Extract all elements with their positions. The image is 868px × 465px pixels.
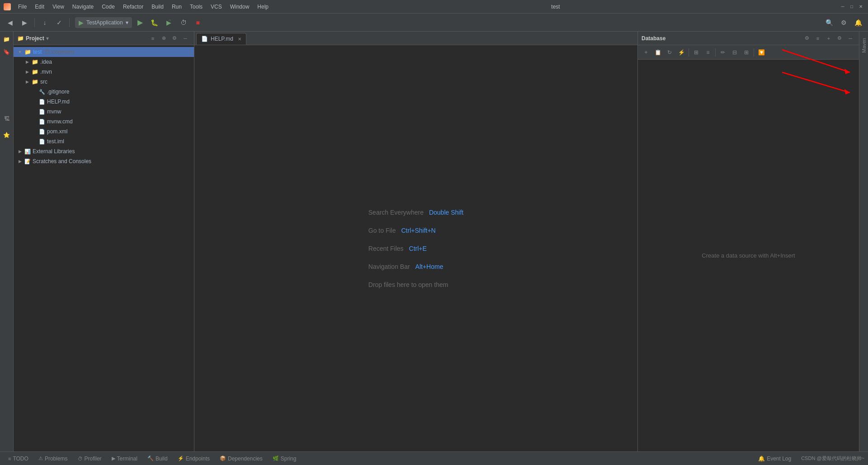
db-filter-button[interactable]: 🔽 — [756, 47, 767, 58]
db-edit-button[interactable]: ✏ — [717, 47, 728, 58]
main-layout: 📁 🔖 🏗 ⭐ 📁 Project ▾ ≡ ⊕ ⚙ ─ ▼ 📁 tes — [0, 32, 868, 451]
tree-item-ext-libs[interactable]: ▶ 📊 External Libraries — [14, 146, 194, 156]
bottom-tab-build[interactable]: 🔨 Build — [143, 454, 172, 464]
menu-tools[interactable]: Tools — [186, 3, 206, 11]
bottom-tab-spring[interactable]: 🌿 Spring — [268, 454, 301, 464]
run-config-label: TestApplication — [86, 19, 123, 26]
tree-item-helpmd[interactable]: 📄 HELP.md — [14, 97, 194, 107]
db-add-datasource-button[interactable]: + — [641, 47, 651, 58]
favorites-icon[interactable]: ⭐ — [1, 129, 13, 141]
db-config-button[interactable]: ⊟ — [729, 47, 740, 58]
coverage-button[interactable]: ▶̈ — [163, 16, 175, 29]
bottom-tab-endpoints[interactable]: ⚡ Endpoints — [173, 454, 214, 464]
tree-item-mvn[interactable]: ▶ 📁 .mvn — [14, 67, 194, 77]
bottom-tab-todo[interactable]: ≡ TODO — [4, 454, 33, 464]
search-everywhere-button[interactable]: 🔍 — [823, 16, 835, 29]
menu-refactor[interactable]: Refactor — [119, 3, 147, 11]
bottom-tab-profiler[interactable]: ⏱ Profiler — [73, 454, 106, 464]
build-label: Build — [156, 456, 168, 462]
minimize-button[interactable]: ─ — [839, 3, 846, 10]
root-label: test — [33, 49, 42, 55]
tree-item-gitignore[interactable]: 🔧 .gitignore — [14, 87, 194, 97]
status-bar-right: 🔔 Event Log CSDN @爱敲代码的杜晓帅~ — [754, 454, 864, 464]
root-folder-icon: 📁 — [24, 49, 31, 55]
database-layout-button[interactable]: ≡ — [813, 33, 823, 43]
menu-file[interactable]: File — [14, 3, 30, 11]
mvnw-icon: 📄 — [39, 109, 45, 115]
close-button[interactable]: ✕ — [857, 3, 864, 10]
db-refresh-button[interactable]: ↻ — [664, 47, 675, 58]
run-configuration-selector[interactable]: ▶ TestApplication ▾ — [75, 17, 132, 28]
endpoints-icon: ⚡ — [178, 456, 184, 461]
database-hide-button[interactable]: ─ — [845, 33, 855, 43]
hide-panel-button[interactable]: ─ — [180, 33, 190, 43]
tab-helpmd[interactable]: 📄 HELP.md ✕ — [196, 33, 246, 45]
database-add-button[interactable]: + — [824, 33, 834, 43]
tree-item-mvnwcmd[interactable]: 📄 mvnw.cmd — [14, 117, 194, 127]
notifications-button[interactable]: 🔔 — [852, 16, 864, 29]
structure-icon[interactable]: 🏗 — [1, 113, 13, 125]
menu-edit[interactable]: Edit — [31, 3, 48, 11]
hint-goto-file-label: Go to File — [368, 227, 396, 234]
bottom-tab-problems[interactable]: ⚠ Problems — [34, 454, 72, 464]
scratches-label: Scratches and Consoles — [33, 158, 91, 164]
run-config-icon: ▶ — [79, 19, 84, 26]
project-view-icon[interactable]: 📁 — [1, 33, 13, 45]
locate-file-button[interactable]: ⊕ — [159, 33, 169, 43]
db-layout2-button[interactable]: ⊞ — [741, 47, 752, 58]
vcs-update-button[interactable]: ↓ — [38, 16, 51, 29]
bookmark-icon[interactable]: 🔖 — [1, 46, 13, 58]
problems-icon: ⚠ — [38, 456, 43, 461]
profile-button[interactable]: ⏱ — [177, 16, 190, 29]
project-title-dropdown[interactable]: 📁 Project ▾ — [17, 35, 49, 42]
menu-run[interactable]: Run — [168, 3, 185, 11]
forward-button[interactable]: ▶ — [18, 16, 31, 29]
back-button[interactable]: ◀ — [4, 16, 16, 29]
tree-item-mvnw[interactable]: 📄 mvnw — [14, 107, 194, 117]
tree-item-root[interactable]: ▼ 📁 test D:\code\test — [14, 47, 194, 57]
database-empty-message: Create a data source with Alt+Insert — [702, 252, 795, 259]
tree-item-pomxml[interactable]: 📄 pom.xml — [14, 127, 194, 136]
db-copy-button[interactable]: 📋 — [652, 47, 663, 58]
database-settings2-button[interactable]: ⚙ — [835, 33, 844, 43]
tree-arrow-scratches: ▶ — [17, 159, 23, 164]
spring-icon: 🌿 — [273, 456, 279, 461]
tree-item-idea[interactable]: ▶ 📁 .idea — [14, 57, 194, 67]
title-bar-menus: File Edit View Navigate Code Refactor Bu… — [14, 3, 272, 11]
collapse-all-button[interactable]: ≡ — [148, 33, 158, 43]
stop-button[interactable]: ■ — [192, 16, 204, 29]
maven-panel-label[interactable]: Maven — [860, 35, 868, 56]
maximize-button[interactable]: □ — [848, 3, 855, 10]
db-table-button[interactable]: ⊞ — [691, 47, 702, 58]
menu-window[interactable]: Window — [226, 3, 253, 11]
menu-view[interactable]: View — [49, 3, 68, 11]
bottom-tab-dependencies[interactable]: 📦 Dependencies — [215, 454, 267, 464]
database-title: Database — [642, 35, 665, 42]
menu-navigate[interactable]: Navigate — [69, 3, 97, 11]
vcs-commit-button[interactable]: ✓ — [53, 16, 66, 29]
left-sidebar-icons: 📁 🔖 🏗 ⭐ — [0, 32, 14, 451]
db-view-button[interactable]: ≡ — [703, 47, 713, 58]
tree-item-testiml[interactable]: 📄 test.iml — [14, 136, 194, 146]
tab-helpmd-close[interactable]: ✕ — [238, 37, 241, 42]
database-settings-button[interactable]: ⚙ — [802, 33, 812, 43]
ext-libs-label: External Libraries — [33, 148, 75, 155]
hint-recent-shortcut: Ctrl+E — [409, 245, 427, 252]
tree-item-src[interactable]: ▶ 📁 src — [14, 77, 194, 87]
event-log-icon: 🔔 — [758, 456, 765, 462]
title-bar: File Edit View Navigate Code Refactor Bu… — [0, 0, 868, 14]
menu-vcs[interactable]: VCS — [207, 3, 226, 11]
bottom-tab-terminal[interactable]: ▶ Terminal — [107, 454, 142, 464]
menu-code[interactable]: Code — [98, 3, 118, 11]
settings-button[interactable]: ⚙ — [837, 16, 850, 29]
project-options-button[interactable]: ⚙ — [170, 33, 179, 43]
tree-item-scratches[interactable]: ▶ 📝 Scratches and Consoles — [14, 156, 194, 166]
run-button[interactable]: ▶ — [134, 16, 146, 29]
dependencies-icon: 📦 — [220, 456, 226, 461]
event-log-button[interactable]: 🔔 Event Log — [754, 454, 796, 464]
menu-help[interactable]: Help — [254, 3, 272, 11]
db-schema-button[interactable]: ⚡ — [676, 47, 687, 58]
debug-button[interactable]: 🐛 — [148, 16, 161, 29]
menu-build[interactable]: Build — [148, 3, 167, 11]
hint-goto-file-shortcut: Ctrl+Shift+N — [401, 227, 435, 234]
